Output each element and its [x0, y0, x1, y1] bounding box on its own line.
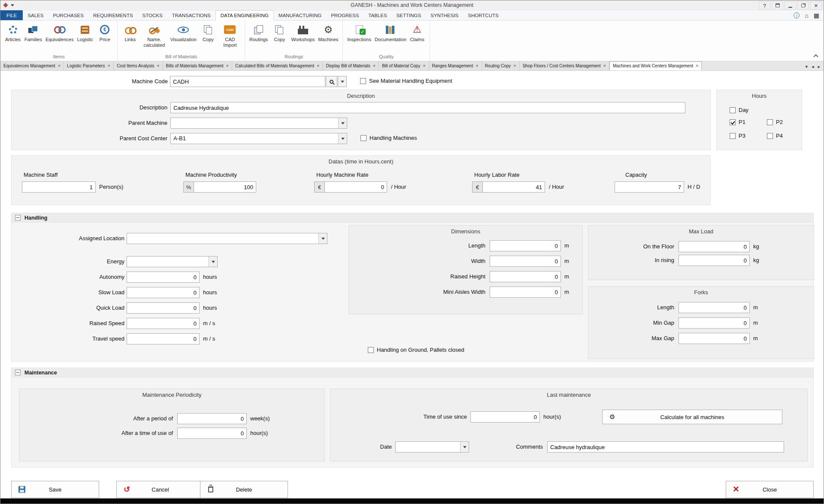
ribbon-button-bom-copy[interactable]: Copy [198, 21, 218, 43]
doc-tab-bills-of-materials-management[interactable]: Bills of Materials Management [163, 61, 232, 70]
menu-tab-tables[interactable]: TABLES [364, 10, 391, 20]
doc-tab-machines-and-work-centers[interactable]: Machines and Work Centers Management [609, 61, 702, 70]
machine-staff-input[interactable] [22, 181, 96, 193]
scroll-right-icon[interactable] [818, 62, 820, 70]
chevron-down-icon[interactable] [209, 257, 217, 267]
ribbon-collapse-button[interactable] [814, 55, 818, 58]
doc-tab-routing-copy[interactable]: Routing Copy [482, 61, 520, 70]
delete-button[interactable]: Delete [200, 481, 288, 498]
close-tab-icon[interactable] [513, 63, 516, 68]
p4-checkbox[interactable] [767, 133, 773, 139]
raised-height-input[interactable] [490, 271, 561, 282]
close-tab-icon[interactable] [476, 63, 478, 68]
machine-code-dropdown-button[interactable] [338, 76, 347, 87]
window-style-button[interactable] [772, 1, 783, 9]
handling-section-header[interactable]: Handling [12, 213, 813, 223]
close-tab-icon[interactable] [423, 63, 425, 68]
see-material-handling-checkbox[interactable] [360, 78, 366, 84]
date-combo[interactable] [395, 441, 469, 453]
assigned-location-combo[interactable] [127, 233, 327, 244]
autonomy-input[interactable] [127, 272, 200, 283]
home-icon[interactable] [805, 12, 808, 19]
menu-tab-manufacturing[interactable]: MANUFACTURING [274, 10, 326, 20]
tab-list-icon[interactable] [805, 62, 808, 70]
raised-speed-input[interactable] [127, 318, 200, 329]
parent-cost-center-combo[interactable]: A-B1 [170, 133, 347, 144]
info-icon[interactable] [794, 12, 800, 18]
doc-tab-shop-floors[interactable]: Shop Floors / Cost Centers Management [520, 61, 609, 70]
length-input[interactable] [490, 240, 561, 251]
save-button[interactable]: Save [11, 481, 99, 498]
close-button[interactable]: Close [726, 481, 814, 498]
menu-tab-purchases[interactable]: PURCHASES [48, 10, 88, 20]
p3-checkbox[interactable] [730, 133, 736, 139]
close-tab-icon[interactable] [603, 63, 606, 68]
chevron-down-icon[interactable] [460, 442, 469, 452]
hourly-labor-rate-input[interactable] [482, 181, 545, 193]
ribbon-button-documentation[interactable]: Documentation [373, 21, 407, 43]
in-rising-input[interactable] [679, 255, 750, 266]
doc-tab-equivalences-management[interactable]: Equivalences Management [0, 61, 64, 70]
description-input[interactable] [170, 102, 685, 113]
menu-tab-synthesis[interactable]: SYNTHESIS [426, 10, 463, 20]
close-tab-icon[interactable] [226, 63, 229, 68]
ribbon-button-routings[interactable]: Routings [248, 21, 270, 43]
ribbon-button-machines[interactable]: Machines [316, 21, 340, 43]
doc-tab-display-bill-of-materials[interactable]: Display Bill of Materials [323, 61, 379, 70]
collapse-icon[interactable] [15, 370, 21, 375]
min-gap-input[interactable] [679, 317, 750, 329]
ribbon-button-workshops[interactable]: Workshops [289, 21, 316, 43]
ribbon-button-families[interactable]: Families [23, 21, 44, 43]
close-tab-icon[interactable] [317, 63, 319, 68]
doc-tab-logistic-parameters[interactable]: Logistic Parameters [64, 61, 114, 70]
handling-machines-checkbox[interactable] [360, 135, 367, 141]
machine-productivity-input[interactable] [194, 181, 256, 193]
day-checkbox[interactable] [730, 107, 736, 113]
quick-load-input[interactable] [127, 302, 200, 314]
restore-button[interactable] [797, 1, 809, 9]
ribbon-button-inspections[interactable]: Inspections [345, 21, 373, 43]
help-button[interactable] [759, 1, 770, 9]
forks-length-input[interactable] [679, 302, 750, 313]
menu-tab-requirements[interactable]: REQUIREMENTS [88, 10, 138, 20]
calculate-for-all-machines-button[interactable]: Calculate for all machines [602, 410, 782, 424]
menu-tab-sales[interactable]: SALES [23, 10, 48, 20]
close-tab-icon[interactable] [696, 63, 698, 68]
max-gap-input[interactable] [679, 333, 750, 344]
hourly-machine-rate-input[interactable] [324, 181, 387, 193]
ribbon-button-equivalences[interactable]: Equivalences [44, 21, 75, 43]
energy-combo[interactable] [127, 256, 218, 267]
menu-tab-settings[interactable]: SETTINGS [392, 10, 426, 20]
slow-load-input[interactable] [127, 287, 200, 298]
ribbon-button-price[interactable]: Price [95, 21, 115, 43]
ribbon-button-cad-import[interactable]: CAD Import [218, 21, 242, 48]
travel-speed-input[interactable] [127, 333, 200, 344]
chevron-down-icon[interactable] [338, 133, 347, 144]
width-input[interactable] [490, 256, 561, 267]
quick-access-caret-icon[interactable] [11, 4, 14, 6]
mini-aisles-width-input[interactable] [490, 287, 561, 298]
close-tab-icon[interactable] [157, 63, 159, 68]
collapse-icon[interactable] [15, 215, 21, 220]
p1-checkbox[interactable] [730, 119, 736, 125]
close-tab-icon[interactable] [373, 63, 376, 68]
cancel-button[interactable]: Cancel [116, 481, 204, 498]
doc-tab-bill-of-material-copy[interactable]: Bill of Material Copy [379, 61, 429, 70]
capacity-input[interactable] [615, 181, 684, 193]
close-window-button[interactable] [810, 1, 822, 9]
ribbon-button-routing-copy[interactable]: Copy [270, 21, 289, 43]
machine-code-search-button[interactable] [326, 76, 337, 87]
menu-tab-file[interactable]: FILE [0, 10, 23, 20]
maintenance-section-header[interactable]: Maintenance [12, 368, 813, 377]
menu-tab-progress[interactable]: PROGRESS [326, 10, 364, 20]
ribbon-button-name-calculated[interactable]: Name. calculated [140, 21, 168, 48]
menu-tab-data-engineering[interactable]: DATA ENGINEERING [215, 10, 274, 21]
scroll-left-icon[interactable] [812, 62, 814, 70]
menu-tab-stocks[interactable]: STOCKS [138, 10, 167, 20]
after-period-input[interactable] [177, 413, 247, 424]
menu-tab-transactions[interactable]: TRANSACTIONS [167, 10, 215, 20]
ribbon-button-claims[interactable]: Claims [407, 21, 427, 43]
close-tab-icon[interactable] [107, 63, 110, 68]
ribbon-button-articles[interactable]: Articles [3, 21, 23, 43]
minimize-button[interactable] [785, 1, 796, 9]
